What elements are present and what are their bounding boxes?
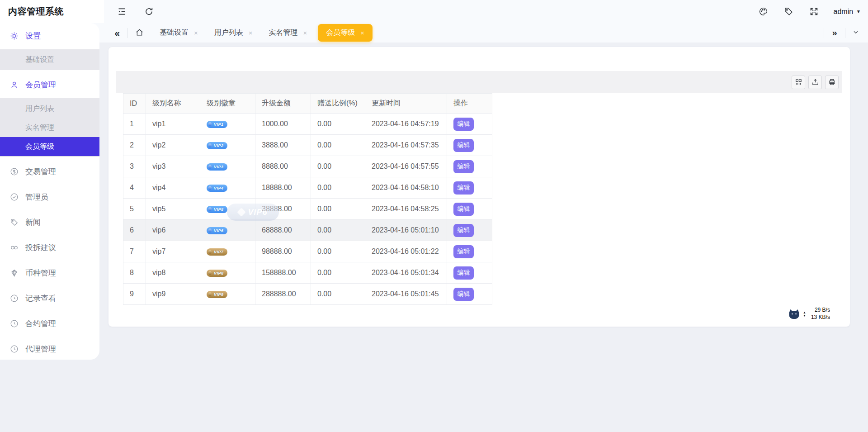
vip-badge-label: VIP4 (214, 186, 224, 190)
sidebar-subitem[interactable]: 用户列表 (0, 99, 99, 118)
export-button[interactable] (808, 76, 822, 89)
edit-button[interactable]: 编辑 (453, 139, 474, 152)
sidebar-subitem[interactable]: 实名管理 (0, 118, 99, 137)
cell-level-name: vip4 (146, 177, 200, 199)
divider (127, 28, 128, 38)
column-header: ID (123, 94, 146, 114)
tab-close-icon[interactable]: × (249, 29, 253, 37)
tabbar: « 基础设置 × 用户列表 × 实名管理 × 会员等级 × » (99, 23, 868, 43)
sidebar-group[interactable]: 代理管理 (0, 340, 99, 358)
sidebar-group[interactable]: 投拆建议 (0, 238, 99, 256)
arrow-down-icon: ▼ (803, 314, 806, 317)
sidebar-group[interactable]: 会员管理 (0, 76, 99, 94)
column-header: 更新时间 (365, 94, 447, 114)
sidebar-group[interactable]: 记录查看 (0, 289, 99, 307)
cell-update-time: 2023-04-16 04:57:19 (365, 114, 447, 135)
diamond-icon (208, 207, 212, 211)
tab-options-button[interactable] (848, 23, 863, 43)
sidebar-subitem[interactable]: 会员等级 (0, 137, 99, 156)
username: admin (834, 8, 854, 16)
cell-badge: VIP9 (200, 284, 255, 305)
refresh-icon[interactable] (143, 6, 155, 18)
tab[interactable]: 用户列表 × (206, 23, 261, 43)
cell-bonus-ratio: 0.00 (311, 156, 365, 177)
diamond-icon (208, 249, 212, 254)
vip-badge-label: VIP2 (214, 143, 224, 148)
tab-label: 用户列表 (214, 28, 243, 38)
cell-update-time: 2023-04-16 05:01:10 (365, 220, 447, 241)
cell-action: 编辑 (447, 156, 492, 177)
cell-id: 3 (123, 156, 146, 177)
vip-badge: VIP2 (207, 142, 227, 149)
tab-label: 基础设置 (160, 28, 189, 38)
sidebar-group[interactable]: 新闻 (0, 213, 99, 231)
cell-level-name: vip7 (146, 241, 200, 262)
vip-badge: VIP9 (207, 291, 227, 298)
tabs-scroll-left-button[interactable]: « (109, 23, 125, 43)
column-header: 操作 (447, 94, 492, 114)
edit-button[interactable]: 编辑 (453, 245, 474, 258)
traffic-monitor-widget: ▲ ▼ 29 B/s 13 KB/s (788, 307, 830, 321)
palette-icon[interactable] (758, 6, 769, 18)
edit-button[interactable]: 编辑 (453, 160, 474, 173)
edit-button[interactable]: 编辑 (453, 288, 474, 301)
sidebar-submenu: 用户列表实名管理会员等级 (0, 98, 99, 157)
diamond-icon (208, 292, 212, 296)
tab[interactable]: 会员等级 × (318, 24, 373, 42)
table-row: 1 vip1 VIP1 1000.00 0.00 2023-04-16 04:5… (123, 114, 492, 135)
sidebar-group-label: 新闻 (25, 217, 41, 228)
tabs-scroll-right-button[interactable]: » (827, 23, 842, 43)
clock-icon (10, 345, 19, 353)
divider (824, 28, 824, 38)
sidebar-group[interactable]: 合约管理 (0, 314, 99, 332)
edit-button[interactable]: 编辑 (453, 118, 474, 131)
sidebar-group[interactable]: 设置 (0, 27, 99, 45)
tabs: 基础设置 × 用户列表 × 实名管理 × 会员等级 × (151, 23, 373, 43)
arrow-up-icon: ▲ (803, 311, 806, 314)
cell-action: 编辑 (447, 262, 492, 284)
tab-close-icon[interactable]: × (194, 29, 198, 37)
user-icon (10, 81, 19, 89)
tab-close-icon[interactable]: × (303, 29, 307, 37)
app-title: 内容管理系统 (8, 5, 64, 18)
sidebar-group[interactable]: 交易管理 (0, 162, 99, 180)
link-icon (10, 243, 19, 252)
column-header: 级别名称 (146, 94, 200, 114)
tab-close-icon[interactable]: × (360, 29, 364, 37)
tabbar-right: » (821, 23, 868, 43)
fold-menu-icon[interactable] (116, 6, 127, 18)
cell-badge: VIP4 (200, 177, 255, 199)
cell-badge: VIP6 (200, 220, 255, 241)
member-level-table: ID级别名称级别徽章升级金额赠送比例(%)更新时间操作 1 vip1 VIP1 … (123, 93, 492, 305)
cell-badge: VIP1 (200, 114, 255, 135)
edit-button[interactable]: 编辑 (453, 266, 474, 280)
print-button[interactable] (825, 76, 839, 89)
columns-button[interactable] (792, 76, 805, 89)
cat-icon (788, 309, 801, 319)
upload-speed: 29 B/s (815, 307, 830, 313)
sidebar-group-label: 管理员 (25, 192, 48, 202)
tab-label: 会员等级 (326, 28, 355, 38)
edit-button[interactable]: 编辑 (453, 181, 474, 195)
cell-id: 9 (123, 284, 146, 305)
cell-id: 7 (123, 241, 146, 262)
edit-button[interactable]: 编辑 (453, 224, 474, 237)
tag-icon[interactable] (783, 6, 795, 18)
cell-upgrade-amount: 98888.00 (255, 241, 311, 262)
cell-bonus-ratio: 0.00 (311, 262, 365, 284)
tab[interactable]: 基础设置 × (151, 23, 206, 43)
cell-level-name: vip3 (146, 156, 200, 177)
fullscreen-icon[interactable] (808, 6, 820, 18)
sidebar-subitem[interactable]: 基础设置 (0, 50, 99, 69)
sidebar-group[interactable]: 币种管理 (0, 264, 99, 282)
cell-bonus-ratio: 0.00 (311, 241, 365, 262)
cell-action: 编辑 (447, 284, 492, 305)
edit-button[interactable]: 编辑 (453, 203, 474, 216)
diamond-icon (208, 143, 212, 147)
vip-badge-label: VIP6 (214, 228, 224, 233)
vip-badge-label: VIP3 (214, 165, 224, 169)
user-menu[interactable]: admin ▼ (834, 8, 861, 16)
tab[interactable]: 实名管理 × (261, 23, 316, 43)
home-tab-button[interactable] (131, 23, 148, 43)
sidebar-group[interactable]: 管理员 (0, 188, 99, 206)
